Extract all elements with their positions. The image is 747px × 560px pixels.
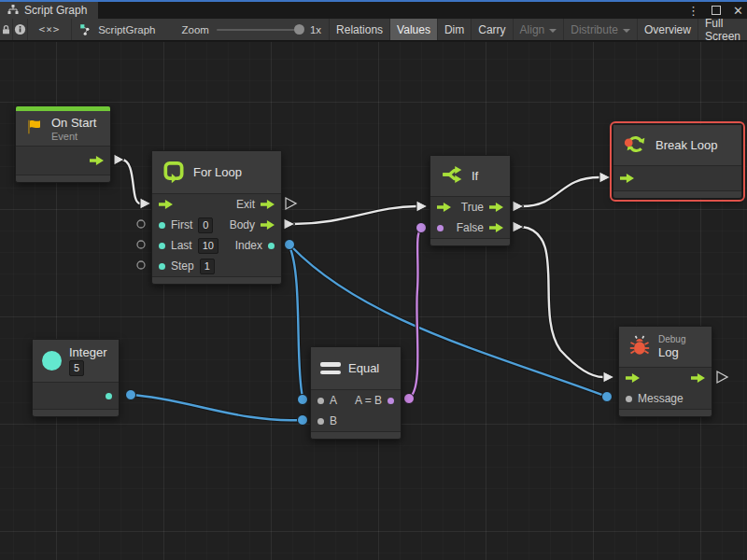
step-port[interactable] (159, 263, 165, 270)
overview-button[interactable]: Overview (638, 19, 698, 40)
debug-flow-out-port[interactable] (691, 373, 705, 383)
first-port-label: First (171, 218, 192, 231)
onstart-flow-out-marker[interactable] (114, 154, 124, 165)
forloop-last-unconnected-marker[interactable] (137, 241, 145, 248)
debug-message-in-marker[interactable] (602, 392, 613, 402)
body-port[interactable] (261, 220, 275, 230)
b-port-label: B (330, 414, 337, 427)
last-port[interactable] (159, 243, 165, 249)
node-title: Integer (69, 345, 106, 359)
result-port-label: A = B (355, 394, 382, 407)
message-port[interactable] (626, 396, 632, 402)
equal-a-port[interactable] (317, 398, 324, 404)
tab-title: Script Graph (24, 4, 87, 17)
distribute-label: Distribute (571, 23, 618, 36)
close-icon[interactable]: ✕ (733, 5, 743, 17)
branch-icon (440, 162, 464, 189)
node-title: If (472, 169, 478, 183)
maximize-icon[interactable] (712, 6, 721, 15)
node-for-loop[interactable]: For Loop Exit First 0 Body Last 10 Index (151, 150, 282, 285)
for-loop-icon (162, 159, 186, 186)
graph-toolbar: <×> ScriptGraph Zoom 1x Relations Values… (0, 19, 747, 41)
tab-script-graph[interactable]: Script Graph (0, 2, 98, 19)
node-integer[interactable]: Integer 5 (32, 339, 120, 417)
node-equal[interactable]: Equal A A = B B (310, 346, 402, 440)
if-flow-in-port[interactable] (437, 203, 451, 212)
node-if[interactable]: If True False (430, 155, 511, 246)
true-port[interactable] (489, 203, 503, 212)
node-break-loop[interactable]: Break Loop (613, 124, 742, 199)
panel-focus-highlight (0, 0, 747, 2)
wire-index-to-equal-a[interactable] (289, 246, 303, 397)
for-loop-flow-in-port[interactable] (159, 200, 173, 209)
tab-strip: Script Graph (0, 2, 747, 19)
relations-button[interactable]: Relations (330, 19, 390, 40)
if-false-out-marker[interactable] (513, 221, 524, 232)
graph-name: ScriptGraph (98, 24, 155, 35)
exit-port[interactable] (261, 200, 275, 209)
wire-if-true-to-breakloop[interactable] (522, 177, 599, 206)
forloop-step-unconnected-marker[interactable] (137, 261, 145, 269)
false-port[interactable] (489, 223, 503, 232)
lock-button[interactable] (0, 19, 13, 40)
breakloop-flow-in-marker[interactable] (599, 172, 611, 183)
forloop-body-out-marker[interactable] (284, 218, 295, 230)
forloop-exit-unconnected-marker[interactable] (286, 198, 296, 209)
node-on-start[interactable]: On Start Event (15, 105, 111, 183)
graph-canvas[interactable]: On Start Event For Loop Exit (0, 42, 747, 560)
index-port[interactable] (268, 243, 275, 249)
distribute-button[interactable]: Distribute (564, 19, 638, 40)
panel-menu-icon[interactable]: ⋮ (687, 5, 699, 17)
break-loop-flow-in-port[interactable] (620, 174, 634, 183)
dim-button[interactable]: Dim (438, 19, 472, 40)
condition-port[interactable] (437, 225, 444, 231)
debuglog-flow-in-marker[interactable] (603, 371, 614, 383)
flag-icon (25, 118, 44, 139)
toolbar-buttons: Relations Values Dim Carry Align Distrib… (330, 19, 747, 40)
last-value-field[interactable]: 10 (198, 238, 218, 254)
zoom-label: Zoom (182, 24, 209, 35)
forloop-first-unconnected-marker[interactable] (137, 220, 145, 228)
exit-port-label: Exit (236, 198, 255, 211)
step-value-field[interactable]: 1 (200, 259, 215, 274)
info-button[interactable] (13, 19, 28, 40)
align-button[interactable]: Align (514, 19, 565, 40)
integer-value-field[interactable]: 5 (69, 360, 84, 376)
node-subtitle: Event (51, 131, 96, 142)
node-footer (311, 431, 401, 439)
equal-a-in-marker[interactable] (298, 395, 308, 405)
on-start-flow-out-port[interactable] (90, 156, 104, 165)
debug-flow-in-port[interactable] (626, 373, 640, 383)
node-debug-log[interactable]: Debug Log Message (618, 326, 712, 417)
wire-integer-to-equal-b[interactable] (131, 395, 301, 420)
equal-result-out-marker[interactable] (404, 394, 415, 404)
node-title: For Loop (193, 165, 242, 179)
full-screen-button[interactable]: Full Screen (698, 19, 747, 40)
zoom-slider[interactable] (217, 29, 303, 31)
forloop-index-out-marker[interactable] (285, 240, 295, 250)
if-condition-in-marker[interactable] (416, 223, 427, 233)
first-port[interactable] (159, 222, 165, 229)
equal-b-in-marker[interactable] (298, 415, 308, 426)
zoom-control: Zoom 1x (165, 19, 331, 40)
equal-result-port[interactable] (388, 398, 394, 404)
false-port-label: False (457, 221, 484, 234)
zoom-slider-handle[interactable] (294, 24, 304, 35)
align-label: Align (520, 23, 545, 36)
debuglog-flow-out-unconnected-marker[interactable] (717, 371, 727, 383)
info-icon (14, 23, 26, 35)
carry-button[interactable]: Carry (472, 19, 513, 40)
node-footer (613, 190, 741, 198)
node-title: Equal (348, 361, 379, 375)
true-port-label: True (461, 201, 484, 214)
integer-out-marker[interactable] (126, 390, 136, 400)
values-button[interactable]: Values (390, 19, 438, 40)
forloop-flow-in-marker[interactable] (140, 198, 151, 209)
inspect-code-button[interactable]: <×> (28, 19, 72, 40)
first-value-field[interactable]: 0 (198, 217, 213, 233)
graph-breadcrumb[interactable]: ScriptGraph (72, 19, 164, 40)
equal-b-port[interactable] (317, 418, 324, 425)
integer-out-port[interactable] (106, 393, 112, 399)
if-true-out-marker[interactable] (513, 201, 524, 212)
if-flow-in-marker[interactable] (416, 201, 428, 212)
